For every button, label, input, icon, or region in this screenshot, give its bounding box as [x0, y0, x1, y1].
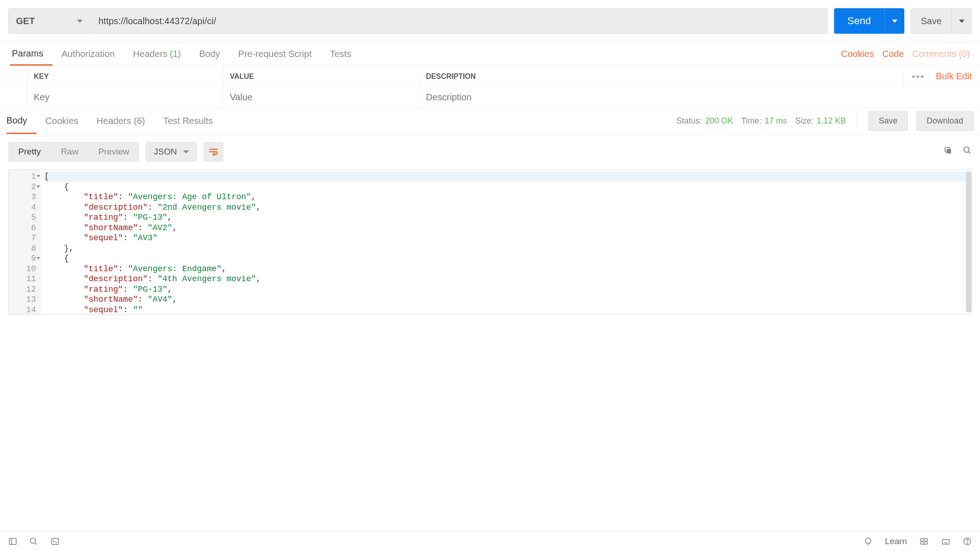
- body-type-select[interactable]: JSON: [145, 142, 197, 162]
- tab-headers-label: Headers: [133, 49, 168, 59]
- tab-prerequest[interactable]: Pre-request Script: [229, 42, 321, 66]
- format-raw[interactable]: Raw: [51, 142, 88, 162]
- size-label: Size:: [795, 116, 814, 125]
- method-select[interactable]: GET: [8, 8, 90, 34]
- resp-tab-body[interactable]: Body: [6, 108, 36, 134]
- scrollbar[interactable]: [966, 171, 971, 313]
- line-numbers: 1234567891011121314: [9, 170, 41, 314]
- tab-headers[interactable]: Headers (1): [124, 42, 190, 66]
- code-link[interactable]: Code: [882, 49, 904, 59]
- divider: [857, 115, 857, 127]
- params-row-checkbox[interactable]: [0, 87, 27, 108]
- svg-rect-2: [947, 149, 951, 154]
- save-dropdown-button[interactable]: [952, 8, 972, 34]
- resp-tab-testresults[interactable]: Test Results: [154, 108, 222, 134]
- status-label: Status:: [676, 116, 702, 125]
- format-pretty[interactable]: Pretty: [8, 142, 51, 162]
- size-value: 1.12 KB: [817, 116, 846, 125]
- chevron-down-icon: [77, 20, 83, 23]
- cookies-link[interactable]: Cookies: [841, 49, 874, 59]
- wrap-lines-button[interactable]: [203, 142, 223, 162]
- chevron-down-icon: [183, 150, 189, 154]
- tab-authorization[interactable]: Authorization: [52, 42, 124, 66]
- param-key-input[interactable]: [34, 92, 217, 103]
- params-desc-header: DESCRIPTION: [420, 66, 903, 87]
- wrap-icon: [208, 147, 218, 157]
- param-desc-input[interactable]: [426, 92, 974, 103]
- resp-tab-headers[interactable]: Headers (6): [88, 108, 154, 134]
- tab-tests[interactable]: Tests: [321, 42, 360, 66]
- params-checkbox-header: [0, 66, 27, 87]
- more-options-icon[interactable]: •••: [912, 71, 925, 82]
- download-response-button[interactable]: Download: [916, 111, 974, 131]
- method-label: GET: [16, 16, 35, 26]
- params-value-header: VALUE: [223, 66, 420, 87]
- tab-body[interactable]: Body: [190, 42, 229, 66]
- time-label: Time:: [741, 116, 761, 125]
- status-value: 200 OK: [705, 116, 733, 125]
- send-button[interactable]: Send: [834, 8, 884, 34]
- bulk-edit-link[interactable]: Bulk Edit: [936, 71, 972, 82]
- save-response-button[interactable]: Save: [868, 111, 908, 131]
- format-preview[interactable]: Preview: [88, 142, 140, 162]
- svg-line-5: [969, 152, 970, 154]
- save-button[interactable]: Save: [911, 8, 952, 34]
- code-body: [ { "title": "Avengers: Age of Ultron", …: [41, 170, 971, 314]
- tab-params[interactable]: Params: [10, 42, 52, 66]
- url-input[interactable]: [90, 8, 828, 34]
- headers-count: (1): [170, 49, 181, 59]
- send-dropdown-button[interactable]: [884, 8, 904, 34]
- chevron-down-icon: [959, 20, 964, 23]
- time-value: 17 ms: [765, 116, 787, 125]
- params-key-header: KEY: [27, 66, 223, 87]
- svg-point-4: [964, 147, 970, 153]
- response-body-editor[interactable]: 1234567891011121314 [ { "title": "Avenge…: [8, 169, 972, 315]
- resp-headers-count: (6): [134, 116, 145, 126]
- chevron-down-icon: [892, 20, 897, 23]
- param-value-input[interactable]: [230, 92, 413, 103]
- resp-tab-cookies[interactable]: Cookies: [36, 108, 88, 134]
- comments-link[interactable]: Comments (0): [912, 49, 970, 59]
- search-icon[interactable]: [963, 146, 972, 158]
- copy-icon[interactable]: [944, 146, 953, 158]
